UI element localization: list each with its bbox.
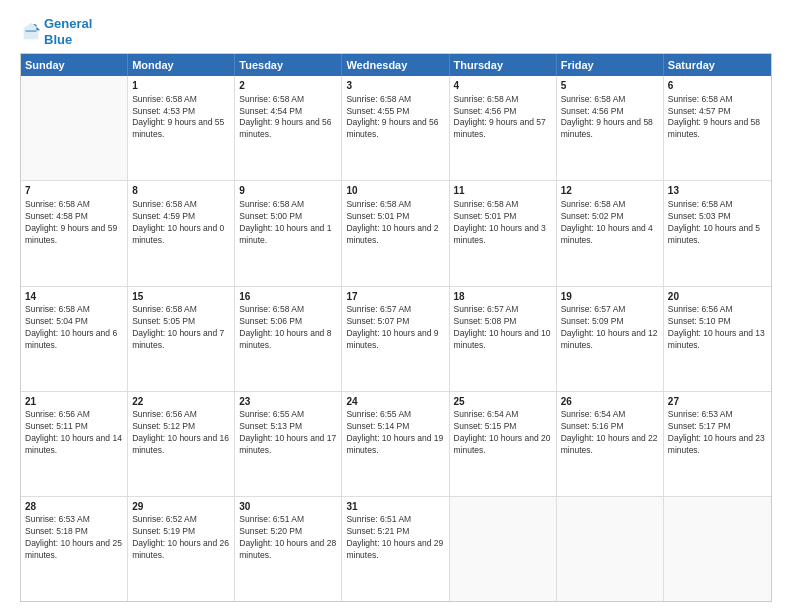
day-info: Sunrise: 6:58 AMSunset: 4:56 PMDaylight:… — [561, 94, 659, 142]
logo: General Blue — [20, 16, 92, 47]
calendar-cell-w3-d5: 26Sunrise: 6:54 AMSunset: 5:16 PMDayligh… — [557, 392, 664, 496]
calendar-cell-w2-d4: 18Sunrise: 6:57 AMSunset: 5:08 PMDayligh… — [450, 287, 557, 391]
calendar-cell-w4-d1: 29Sunrise: 6:52 AMSunset: 5:19 PMDayligh… — [128, 497, 235, 601]
calendar-cell-w0-d2: 2Sunrise: 6:58 AMSunset: 4:54 PMDaylight… — [235, 76, 342, 180]
calendar-cell-w3-d1: 22Sunrise: 6:56 AMSunset: 5:12 PMDayligh… — [128, 392, 235, 496]
day-info: Sunrise: 6:54 AMSunset: 5:15 PMDaylight:… — [454, 409, 552, 457]
calendar-cell-w4-d2: 30Sunrise: 6:51 AMSunset: 5:20 PMDayligh… — [235, 497, 342, 601]
calendar-cell-w3-d3: 24Sunrise: 6:55 AMSunset: 5:14 PMDayligh… — [342, 392, 449, 496]
day-number: 20 — [668, 290, 767, 304]
day-info: Sunrise: 6:54 AMSunset: 5:16 PMDaylight:… — [561, 409, 659, 457]
calendar-row-2: 14Sunrise: 6:58 AMSunset: 5:04 PMDayligh… — [21, 287, 771, 392]
calendar-cell-w3-d6: 27Sunrise: 6:53 AMSunset: 5:17 PMDayligh… — [664, 392, 771, 496]
day-number: 24 — [346, 395, 444, 409]
calendar-cell-w4-d5 — [557, 497, 664, 601]
calendar-cell-w3-d2: 23Sunrise: 6:55 AMSunset: 5:13 PMDayligh… — [235, 392, 342, 496]
calendar-cell-w3-d0: 21Sunrise: 6:56 AMSunset: 5:11 PMDayligh… — [21, 392, 128, 496]
day-number: 7 — [25, 184, 123, 198]
calendar-cell-w2-d0: 14Sunrise: 6:58 AMSunset: 5:04 PMDayligh… — [21, 287, 128, 391]
day-number: 14 — [25, 290, 123, 304]
day-info: Sunrise: 6:55 AMSunset: 5:13 PMDaylight:… — [239, 409, 337, 457]
day-info: Sunrise: 6:56 AMSunset: 5:11 PMDaylight:… — [25, 409, 123, 457]
calendar-row-0: 1Sunrise: 6:58 AMSunset: 4:53 PMDaylight… — [21, 76, 771, 181]
calendar-cell-w0-d0 — [21, 76, 128, 180]
day-info: Sunrise: 6:58 AMSunset: 4:59 PMDaylight:… — [132, 199, 230, 247]
day-number: 16 — [239, 290, 337, 304]
header-day-sunday: Sunday — [21, 54, 128, 76]
day-number: 17 — [346, 290, 444, 304]
calendar-cell-w0-d6: 6Sunrise: 6:58 AMSunset: 4:57 PMDaylight… — [664, 76, 771, 180]
day-info: Sunrise: 6:58 AMSunset: 4:58 PMDaylight:… — [25, 199, 123, 247]
day-info: Sunrise: 6:58 AMSunset: 4:53 PMDaylight:… — [132, 94, 230, 142]
calendar-cell-w1-d0: 7Sunrise: 6:58 AMSunset: 4:58 PMDaylight… — [21, 181, 128, 285]
calendar-cell-w0-d5: 5Sunrise: 6:58 AMSunset: 4:56 PMDaylight… — [557, 76, 664, 180]
day-number: 6 — [668, 79, 767, 93]
day-number: 18 — [454, 290, 552, 304]
day-number: 22 — [132, 395, 230, 409]
calendar-cell-w4-d0: 28Sunrise: 6:53 AMSunset: 5:18 PMDayligh… — [21, 497, 128, 601]
day-number: 19 — [561, 290, 659, 304]
calendar-cell-w1-d5: 12Sunrise: 6:58 AMSunset: 5:02 PMDayligh… — [557, 181, 664, 285]
day-number: 2 — [239, 79, 337, 93]
calendar-cell-w1-d1: 8Sunrise: 6:58 AMSunset: 4:59 PMDaylight… — [128, 181, 235, 285]
day-info: Sunrise: 6:58 AMSunset: 5:02 PMDaylight:… — [561, 199, 659, 247]
day-number: 25 — [454, 395, 552, 409]
day-number: 15 — [132, 290, 230, 304]
day-info: Sunrise: 6:53 AMSunset: 5:17 PMDaylight:… — [668, 409, 767, 457]
day-info: Sunrise: 6:55 AMSunset: 5:14 PMDaylight:… — [346, 409, 444, 457]
svg-rect-2 — [26, 30, 37, 32]
day-number: 12 — [561, 184, 659, 198]
calendar-cell-w2-d1: 15Sunrise: 6:58 AMSunset: 5:05 PMDayligh… — [128, 287, 235, 391]
day-info: Sunrise: 6:56 AMSunset: 5:12 PMDaylight:… — [132, 409, 230, 457]
day-info: Sunrise: 6:58 AMSunset: 5:01 PMDaylight:… — [454, 199, 552, 247]
calendar-cell-w1-d3: 10Sunrise: 6:58 AMSunset: 5:01 PMDayligh… — [342, 181, 449, 285]
day-info: Sunrise: 6:57 AMSunset: 5:09 PMDaylight:… — [561, 304, 659, 352]
day-number: 10 — [346, 184, 444, 198]
calendar-row-3: 21Sunrise: 6:56 AMSunset: 5:11 PMDayligh… — [21, 392, 771, 497]
calendar-cell-w4-d4 — [450, 497, 557, 601]
day-info: Sunrise: 6:58 AMSunset: 5:06 PMDaylight:… — [239, 304, 337, 352]
header: General Blue — [20, 16, 772, 47]
calendar-cell-w4-d3: 31Sunrise: 6:51 AMSunset: 5:21 PMDayligh… — [342, 497, 449, 601]
calendar-cell-w2-d6: 20Sunrise: 6:56 AMSunset: 5:10 PMDayligh… — [664, 287, 771, 391]
day-info: Sunrise: 6:58 AMSunset: 4:55 PMDaylight:… — [346, 94, 444, 142]
calendar-cell-w1-d2: 9Sunrise: 6:58 AMSunset: 5:00 PMDaylight… — [235, 181, 342, 285]
calendar-body: 1Sunrise: 6:58 AMSunset: 4:53 PMDaylight… — [21, 76, 771, 601]
day-number: 5 — [561, 79, 659, 93]
day-info: Sunrise: 6:57 AMSunset: 5:07 PMDaylight:… — [346, 304, 444, 352]
calendar-cell-w4-d6 — [664, 497, 771, 601]
day-info: Sunrise: 6:58 AMSunset: 5:03 PMDaylight:… — [668, 199, 767, 247]
header-day-wednesday: Wednesday — [342, 54, 449, 76]
day-info: Sunrise: 6:51 AMSunset: 5:21 PMDaylight:… — [346, 514, 444, 562]
header-day-friday: Friday — [557, 54, 664, 76]
header-day-tuesday: Tuesday — [235, 54, 342, 76]
calendar-header: SundayMondayTuesdayWednesdayThursdayFrid… — [21, 54, 771, 76]
day-number: 27 — [668, 395, 767, 409]
day-info: Sunrise: 6:56 AMSunset: 5:10 PMDaylight:… — [668, 304, 767, 352]
calendar-cell-w2-d2: 16Sunrise: 6:58 AMSunset: 5:06 PMDayligh… — [235, 287, 342, 391]
calendar-cell-w2-d5: 19Sunrise: 6:57 AMSunset: 5:09 PMDayligh… — [557, 287, 664, 391]
day-info: Sunrise: 6:58 AMSunset: 5:00 PMDaylight:… — [239, 199, 337, 247]
calendar-cell-w0-d1: 1Sunrise: 6:58 AMSunset: 4:53 PMDaylight… — [128, 76, 235, 180]
day-number: 31 — [346, 500, 444, 514]
day-number: 9 — [239, 184, 337, 198]
calendar: SundayMondayTuesdayWednesdayThursdayFrid… — [20, 53, 772, 602]
day-number: 4 — [454, 79, 552, 93]
day-number: 11 — [454, 184, 552, 198]
day-number: 23 — [239, 395, 337, 409]
calendar-cell-w0-d3: 3Sunrise: 6:58 AMSunset: 4:55 PMDaylight… — [342, 76, 449, 180]
calendar-row-1: 7Sunrise: 6:58 AMSunset: 4:58 PMDaylight… — [21, 181, 771, 286]
day-info: Sunrise: 6:51 AMSunset: 5:20 PMDaylight:… — [239, 514, 337, 562]
calendar-cell-w3-d4: 25Sunrise: 6:54 AMSunset: 5:15 PMDayligh… — [450, 392, 557, 496]
day-number: 3 — [346, 79, 444, 93]
logo-icon — [20, 21, 42, 43]
day-number: 30 — [239, 500, 337, 514]
calendar-row-4: 28Sunrise: 6:53 AMSunset: 5:18 PMDayligh… — [21, 497, 771, 601]
page: General Blue SundayMondayTuesdayWednesda… — [0, 0, 792, 612]
day-info: Sunrise: 6:58 AMSunset: 5:04 PMDaylight:… — [25, 304, 123, 352]
calendar-cell-w2-d3: 17Sunrise: 6:57 AMSunset: 5:07 PMDayligh… — [342, 287, 449, 391]
day-info: Sunrise: 6:58 AMSunset: 5:01 PMDaylight:… — [346, 199, 444, 247]
day-number: 8 — [132, 184, 230, 198]
day-info: Sunrise: 6:53 AMSunset: 5:18 PMDaylight:… — [25, 514, 123, 562]
day-number: 21 — [25, 395, 123, 409]
